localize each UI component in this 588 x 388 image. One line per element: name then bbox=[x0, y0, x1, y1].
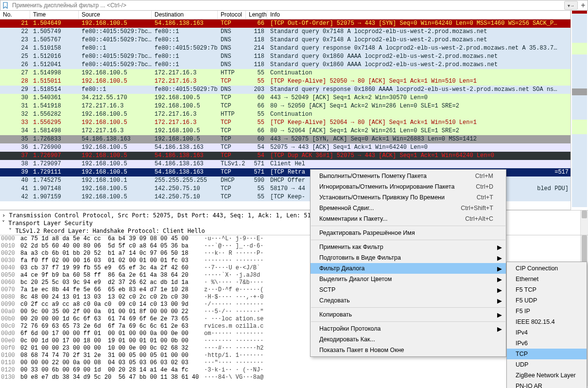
packet-row[interactable]: 351.72683354.186.138.163192.168.100.5TCP… bbox=[0, 135, 571, 143]
packet-row[interactable]: 241.510158fe80::1fe80::4015:5029:7bc…DNS… bbox=[0, 44, 571, 53]
packet-row[interactable]: 221.505749fe80::4015:5029:7bc…fe80::1DNS… bbox=[0, 28, 571, 36]
context-menu-item[interactable]: Копировать▶ bbox=[311, 309, 506, 320]
context-menu-item[interactable]: Выделить Диалог Цветом▶ bbox=[311, 274, 506, 284]
packet-row[interactable]: 331.556295192.168.100.5172.217.16.3TCP55… bbox=[0, 119, 571, 127]
packet-minimap[interactable] bbox=[571, 11, 588, 210]
col-no[interactable]: No. bbox=[0, 11, 30, 19]
submenu-item[interactable]: F5 IP bbox=[507, 306, 587, 317]
submenu-item[interactable]: F5 TCP bbox=[507, 284, 587, 295]
packet-row[interactable]: 311.541918172.217.16.3192.168.100.5TCP66… bbox=[0, 102, 571, 110]
packet-row[interactable]: 361.726900192.168.100.554.186.138.163TCP… bbox=[0, 143, 571, 152]
display-filter-bar: ▾→ + bbox=[0, 0, 588, 11]
context-menu-item[interactable]: Игнорировать/Отменить Игнорирование Паке… bbox=[311, 181, 506, 192]
packet-row[interactable]: 381.729097192.168.100.554.186.138.163TLS… bbox=[0, 160, 571, 168]
submenu-item[interactable]: F5 UDP bbox=[507, 295, 587, 306]
col-src[interactable]: Source bbox=[79, 11, 152, 19]
packet-row[interactable]: 371.726907192.168.100.554.186.138.163TCP… bbox=[0, 152, 571, 160]
submenu-item[interactable]: IPv4 bbox=[507, 327, 587, 338]
packet-row[interactable]: 281.515011192.168.100.5172.217.16.3TCP55… bbox=[0, 77, 571, 86]
context-menu-item[interactable]: Редактировать Разрешённое Имя bbox=[311, 228, 506, 238]
packet-row[interactable]: 301.54036134.212.55.170192.168.100.5TCP6… bbox=[0, 94, 571, 102]
col-info[interactable]: Info bbox=[267, 11, 571, 19]
hex-row[interactable]: 0130b0 e8 e7 db 38 34 d9 5c 20 56 47 bb … bbox=[1, 374, 587, 381]
packet-row[interactable]: 341.581498172.217.16.3192.168.100.5TCP66… bbox=[0, 127, 571, 135]
context-menu-item[interactable]: SCTP▶ bbox=[311, 284, 506, 295]
context-menu-item[interactable]: Декодировать Как... bbox=[311, 334, 506, 345]
hex-row[interactable]: 012000 33 00 6b 00 69 00 1d 00 20 28 14 … bbox=[1, 367, 587, 374]
context-menu-item[interactable]: Установить/Отменить Привязку По ВремениC… bbox=[311, 192, 506, 203]
packet-row[interactable]: 231.505767fe80::4015:5029:7bc…fe80::1DNS… bbox=[0, 36, 571, 44]
packet-row[interactable]: 271.514998192.168.100.5172.217.16.3HTTP5… bbox=[0, 69, 571, 77]
submenu-item[interactable]: PN-IO AR bbox=[507, 381, 587, 388]
context-menu-item[interactable]: Следовать▶ bbox=[311, 295, 506, 306]
submenu-item[interactable]: CIP Connection bbox=[507, 263, 587, 274]
packet-row[interactable]: 211.504649192.168.100.554.186.138.163TCP… bbox=[0, 19, 571, 28]
context-menu-item[interactable]: Подготовить в Виде Фильтра▶ bbox=[311, 252, 506, 263]
display-filter-input[interactable] bbox=[10, 1, 564, 10]
packet-list-header: No. Time Source Destination Protocol Len… bbox=[0, 11, 571, 19]
submenu-item[interactable]: TCP bbox=[507, 349, 587, 359]
conversation-filter-submenu: CIP ConnectionEthernetF5 TCPF5 UDPF5 IPI… bbox=[506, 262, 587, 388]
context-menu-item[interactable]: Настройки Протокола▶ bbox=[311, 323, 506, 334]
packet-row[interactable]: 251.512016fe80::4015:5029:7bc…fe80::1DNS… bbox=[0, 53, 571, 61]
submenu-item[interactable]: UDP bbox=[507, 359, 587, 370]
submenu-item[interactable]: IPv6 bbox=[507, 338, 587, 349]
context-menu-item[interactable]: Временной Сдвиг...Ctrl+Shift+T bbox=[311, 203, 506, 213]
packet-row[interactable]: 291.518514fe80::1fe80::4015:5029:7bc…DNS… bbox=[0, 86, 571, 94]
bookmark-icon[interactable] bbox=[0, 0, 10, 10]
packet-row[interactable]: 321.556282192.168.100.5172.217.16.3HTTP5… bbox=[0, 110, 571, 119]
col-proto[interactable]: Protocol bbox=[218, 11, 246, 19]
col-len[interactable]: Length bbox=[246, 11, 267, 19]
col-time[interactable]: Time bbox=[30, 11, 79, 19]
hex-row[interactable]: 011000 00 00 22 00 0a 00 08 04 03 05 03 … bbox=[1, 359, 587, 367]
filter-apply-button[interactable]: ▾→ bbox=[564, 1, 578, 10]
context-menu-item[interactable]: Фильтр Диалога▶ bbox=[311, 263, 506, 274]
filter-add-button[interactable]: + bbox=[579, 1, 588, 10]
context-menu-item[interactable]: Выполнить/Отменить Пометку ПакетаCtrl+M bbox=[311, 171, 506, 181]
submenu-item[interactable]: Ethernet bbox=[507, 274, 587, 284]
context-menu-item[interactable]: Применить как Фильтр▶ bbox=[311, 242, 506, 252]
submenu-item[interactable]: ZigBee Network Layer bbox=[507, 370, 587, 381]
submenu-item[interactable]: IEEE 802.15.4 bbox=[507, 317, 587, 327]
packet-row[interactable]: 261.512041fe80::4015:5029:7bc…fe80::1DNS… bbox=[0, 61, 571, 69]
packet-context-menu: Выполнить/Отменить Пометку ПакетаCtrl+MИ… bbox=[310, 169, 506, 357]
context-menu-item[interactable]: Комментарии к Пакету...Ctrl+Alt+C bbox=[311, 213, 506, 224]
context-menu-item[interactable]: Показать Пакет в Новом Окне bbox=[311, 345, 506, 355]
details-scrollbar[interactable] bbox=[580, 211, 588, 235]
col-dst[interactable]: Destination bbox=[152, 11, 218, 19]
